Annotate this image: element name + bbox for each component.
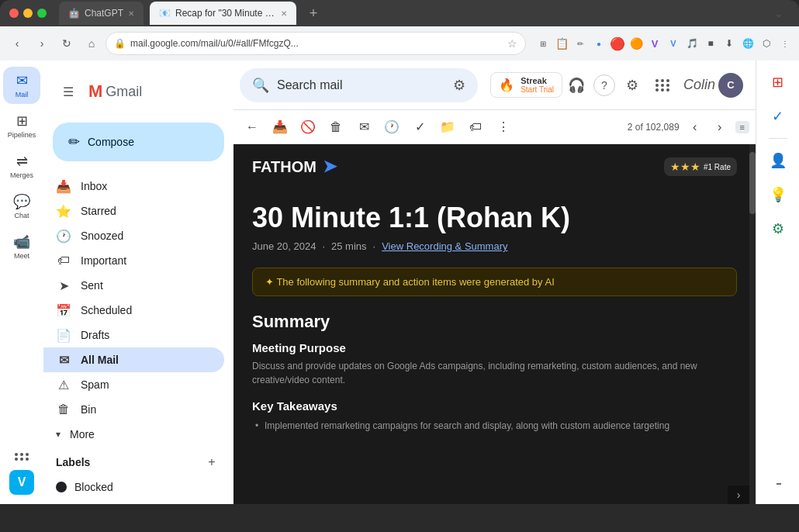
email-scrollbar[interactable] (749, 144, 756, 504)
ext-icon-12[interactable]: 🌐 (740, 36, 756, 51)
compose-button[interactable]: ✏ Compose (53, 123, 224, 161)
task-button[interactable]: ✓ (407, 115, 432, 140)
new-tab-button[interactable]: + (303, 2, 324, 24)
user-signature[interactable]: Colin (683, 77, 715, 93)
tab-chatgpt[interactable]: 🤖 ChatGPT ✕ (59, 2, 144, 25)
label-blocked[interactable]: Blocked (43, 475, 233, 499)
sidebar-item-chat[interactable]: 💬 Chat (3, 188, 40, 225)
delete-button[interactable]: 🗑 (323, 115, 348, 140)
nav-item-spam[interactable]: ⚠ Spam (43, 372, 224, 397)
maximize-button[interactable] (37, 9, 47, 18)
next-email-button[interactable]: › (711, 118, 729, 136)
snooze-button[interactable]: 🕐 (379, 115, 404, 140)
reload-button[interactable]: ↻ (56, 33, 78, 54)
close-button[interactable] (9, 9, 19, 18)
title-bar: 🤖 ChatGPT ✕ 📧 Recap for "30 Minute 1:1 (… (0, 0, 799, 26)
prev-email-button[interactable]: ‹ (686, 118, 704, 136)
nav-item-inbox[interactable]: 📥 Inbox (43, 174, 224, 199)
apps-button[interactable] (649, 71, 677, 99)
tab-gmail[interactable]: 📧 Recap for "30 Minute 1:1 (Ro... ✕ (150, 2, 296, 25)
label-button[interactable]: 🏷 (463, 115, 488, 140)
email-content: FATHOM ➤ ★★★ #1 Rate 30 Minute 1:1 (Roha… (233, 144, 756, 504)
pipelines-label: Pipelines (8, 131, 36, 139)
sidebar-item-pipelines[interactable]: ⊞ Pipelines (3, 107, 40, 144)
nav-item-bin[interactable]: 🗑 Bin (43, 397, 224, 422)
chatgpt-tab-close[interactable]: ✕ (128, 9, 134, 18)
ext-icon-13[interactable]: ⬡ (759, 36, 774, 51)
sidebar-item-mail[interactable]: ✉ Mail (3, 67, 40, 104)
meeting-purpose-label: Meeting Purpose (252, 341, 737, 354)
add-label-button[interactable]: + (202, 453, 221, 472)
sidebar-item-merges[interactable]: ⇌ Merges (3, 147, 40, 185)
contacts-app-button[interactable]: 👤 (763, 145, 794, 176)
nav-item-sent[interactable]: ➤ Sent (43, 273, 224, 298)
headphones-button[interactable]: 🎧 (562, 71, 590, 99)
inbox-label: Inbox (81, 180, 212, 192)
ext-icon-10[interactable]: ■ (703, 36, 718, 51)
home-button[interactable]: ⌂ (81, 33, 102, 54)
ext-icon-9[interactable]: 🎵 (684, 36, 700, 51)
key-takeaways-list: Implemented remarketing campaigns for se… (252, 419, 737, 433)
tasks-app-button[interactable]: ✓ (763, 101, 794, 132)
keep-app-button[interactable]: 💡 (763, 179, 794, 210)
apps-separator (769, 138, 787, 139)
expand-email-button[interactable]: › (728, 485, 749, 504)
report-spam-button[interactable]: 🚫 (296, 115, 320, 140)
help-button[interactable]: ? (593, 74, 615, 96)
ext-icon-6[interactable]: 🟠 (628, 36, 644, 51)
ext-icon-5[interactable]: 🔴 (610, 36, 625, 51)
more-label: More (70, 428, 95, 440)
streak-widget[interactable]: 🔥 Streak Start Trial (490, 72, 562, 98)
email-scrollbar-thumb[interactable] (749, 152, 756, 214)
search-bar[interactable]: 🔍 Search mail ⚙ (240, 68, 478, 102)
back-to-list-button[interactable]: ← (240, 115, 265, 140)
more-extensions-icon[interactable]: ⋮ (777, 36, 793, 51)
user-avatar[interactable]: C (718, 73, 743, 98)
address-bar[interactable]: 🔒 mail.google.com/mail/u/0/#all/FMfcgzQ.… (105, 32, 526, 55)
meta-dot: · (322, 240, 325, 252)
more-actions-button[interactable]: ⋮ (491, 115, 516, 140)
back-button[interactable]: ‹ (6, 33, 28, 54)
gmail-logo: M Gmail (88, 81, 142, 102)
search-filter-icon[interactable]: ⚙ (453, 77, 465, 94)
gmail-tab-close[interactable]: ✕ (281, 9, 287, 18)
minimize-button[interactable] (23, 9, 33, 18)
nav-item-snoozed[interactable]: 🕐 Snoozed (43, 223, 224, 248)
view-selector[interactable]: ≡ (735, 121, 749, 133)
nav-item-starred[interactable]: ⭐ Starred (43, 199, 224, 223)
hamburger-menu[interactable]: ☰ (56, 79, 81, 104)
apps-grid-icon[interactable] (12, 450, 33, 464)
apps-more-button[interactable]: ··· (775, 475, 780, 492)
email-count-text: 2 of 102,089 (628, 122, 680, 133)
settings-button[interactable]: ⚙ (618, 71, 646, 99)
sidebar-item-meet[interactable]: 📹 Meet (3, 228, 40, 265)
ext-icon-7[interactable]: V (647, 36, 662, 51)
streak-banner[interactable]: 🔥 Streak Start Trial (490, 72, 562, 98)
mark-unread-button[interactable]: ✉ (351, 115, 376, 140)
label-colinscotland[interactable]: colinscotland@mac.com (43, 499, 233, 504)
move-to-button[interactable]: 📁 (435, 115, 460, 140)
ext-icon-2[interactable]: 📋 (554, 36, 569, 51)
meeting-purpose-text: Discuss and provide updates on Google Ad… (252, 359, 737, 387)
nav-item-important[interactable]: 🏷 Important (43, 248, 224, 273)
cog-app-button[interactable]: ⚙ (763, 213, 794, 244)
calendar-app-button[interactable]: ⊞ (763, 67, 794, 98)
email-main-content: 30 Minute 1:1 (Rohan K) June 20, 2024 · … (233, 189, 756, 451)
ext-icon-11[interactable]: ⬇ (721, 36, 737, 51)
ext-icon-1[interactable]: ⊞ (535, 36, 551, 51)
nav-item-drafts[interactable]: 📄 Drafts (43, 323, 224, 347)
archive-button[interactable]: 📥 (268, 115, 292, 140)
venmo-button[interactable]: V (9, 470, 34, 495)
meeting-duration: 25 mins (331, 240, 367, 252)
tab-menu-button[interactable]: ⌄ (768, 2, 790, 24)
forward-button[interactable]: › (31, 33, 53, 54)
search-input[interactable]: Search mail (277, 78, 445, 92)
ext-icon-8[interactable]: V (666, 36, 681, 51)
ext-icon-4[interactable]: ● (591, 36, 607, 51)
nav-item-more[interactable]: ▾ More (43, 422, 224, 447)
nav-item-scheduled[interactable]: 📅 Scheduled (43, 298, 224, 323)
view-recording-link[interactable]: View Recording & Summary (382, 240, 507, 252)
nav-item-allmail[interactable]: ✉ All Mail (43, 347, 224, 372)
compose-label: Compose (88, 136, 134, 148)
ext-icon-3[interactable]: ✏ (572, 36, 588, 51)
